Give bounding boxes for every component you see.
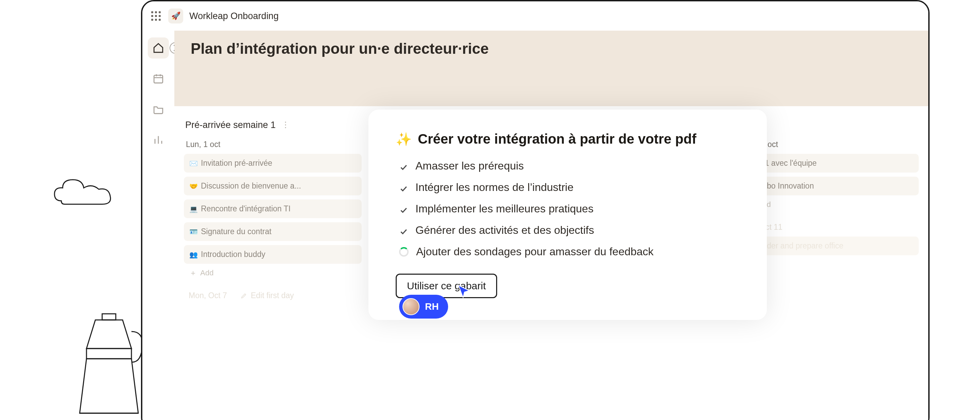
column-date: Ven, 5 oct	[741, 137, 919, 154]
list-title: Pré-arrivée semaine 1	[185, 120, 276, 130]
add-card-button[interactable]: ＋Add	[184, 264, 362, 282]
spinner-icon	[399, 247, 409, 257]
app-window: 🚀 Workleap Onboarding Plan d’intégra	[141, 0, 930, 420]
card[interactable]: 🧪Labo Innovation	[741, 177, 919, 195]
id-card-icon: 🪪	[189, 228, 197, 236]
checklist-item: Générer des activités et des objectifs	[399, 224, 740, 236]
faded-card: 📦 Order and prepare office	[741, 236, 919, 255]
svg-rect-2	[154, 75, 163, 83]
checklist-item-loading: Ajouter des sondages pour amasser du fee…	[399, 246, 740, 258]
check-icon	[399, 204, 408, 213]
column-mon: Lun, 1 oct ✉️Invitation pré-arrivée 🤝Dis…	[184, 137, 362, 300]
modal-title: ✨ Créer votre intégration à partir de vo…	[396, 132, 740, 147]
page-title: Plan d’intégration pour un·e directeur·r…	[191, 40, 912, 57]
plus-icon: ＋	[189, 268, 197, 278]
sidebar-item-folder[interactable]	[148, 99, 169, 120]
checklist-label: Générer des activités et des objectifs	[415, 224, 594, 236]
main-content: Plan d’intégration pour un·e directeur·r…	[174, 31, 928, 420]
app-switcher-icon[interactable]	[150, 10, 162, 22]
checklist-label: Ajouter des sondages pour amasser du fee…	[416, 246, 654, 258]
check-icon	[399, 183, 408, 192]
card[interactable]: 🤝Discussion de bienvenue a...	[184, 177, 362, 195]
card-label: Signature du contrat	[201, 227, 271, 236]
modal-title-text: Créer votre intégration à partir de votr…	[418, 132, 696, 147]
avatar	[402, 298, 420, 315]
bar-chart-icon	[153, 134, 164, 146]
collaborator-label: RH	[425, 301, 439, 312]
sparkles-icon: ✨	[396, 132, 412, 147]
checklist-label: Implémenter les meilleures pratiques	[415, 203, 593, 215]
card[interactable]: 👥Introduction buddy	[184, 245, 362, 264]
template-modal: ✨ Créer votre intégration à partir de vo…	[368, 109, 767, 320]
edit-label: Edit first day	[251, 291, 294, 300]
folder-icon	[153, 103, 164, 115]
add-card-button[interactable]: ＋Add	[741, 195, 919, 214]
card-label: 1:1 avec l'équipe	[758, 158, 817, 168]
topbar: 🚀 Workleap Onboarding	[142, 2, 928, 31]
laptop-icon: 💻	[189, 205, 197, 213]
hero: Plan d’intégration pour un·e directeur·r…	[174, 31, 928, 106]
collaborator-badge: RH	[399, 295, 448, 319]
card[interactable]: 💻Rencontre d'intégration TI	[184, 200, 362, 218]
mail-icon: ✉️	[189, 159, 197, 168]
add-label: Add	[200, 269, 213, 277]
sidebar-item-calendar[interactable]	[148, 68, 169, 89]
edit-first-day-button[interactable]: Edit first day	[240, 291, 294, 300]
sidebar-item-analytics[interactable]	[148, 129, 169, 151]
checklist-label: Intégrer les normes de l’industrie	[415, 181, 573, 194]
checklist-item: Implémenter les meilleures pratiques	[399, 203, 740, 215]
cursor-pointer-icon	[456, 284, 471, 300]
people-icon: 👥	[189, 250, 197, 259]
check-icon	[399, 162, 408, 171]
sidebar-item-home[interactable]	[148, 38, 169, 59]
list-more-button[interactable]: ⋯	[281, 121, 290, 130]
cloud-doodle-left	[51, 174, 116, 211]
column-fri: Ven, 5 oct 📆1:1 avec l'équipe 🧪Labo Inno…	[741, 137, 919, 300]
week2-date: Mon, Oct 7	[189, 291, 227, 300]
checklist-label: Amasser les prérequis	[415, 160, 524, 172]
card[interactable]: ✉️Invitation pré-arrivée	[184, 154, 362, 173]
card[interactable]: 📆1:1 avec l'équipe	[741, 154, 919, 173]
checklist-item: Amasser les prérequis	[399, 160, 740, 172]
app-name: Workleap Onboarding	[189, 11, 278, 21]
handshake-icon: 🤝	[189, 182, 197, 190]
app-logo: 🚀	[168, 8, 183, 24]
moka-pot-doodle	[72, 311, 146, 420]
card-label: Introduction buddy	[201, 250, 265, 259]
check-icon	[399, 226, 408, 235]
column-date: Lun, 1 oct	[184, 137, 362, 154]
card[interactable]: 🪪Signature du contrat	[184, 222, 362, 241]
card-label: Order and prepare office	[758, 241, 843, 250]
card-label: Invitation pré-arrivée	[201, 158, 272, 168]
calendar-icon	[153, 73, 164, 84]
card-label: Rencontre d'intégration TI	[201, 204, 291, 213]
pencil-icon	[240, 292, 247, 299]
checklist-item: Intégrer les normes de l’industrie	[399, 181, 740, 194]
home-icon	[153, 42, 164, 54]
sidebar	[142, 31, 174, 420]
card-label: Discussion de bienvenue a...	[201, 181, 301, 190]
